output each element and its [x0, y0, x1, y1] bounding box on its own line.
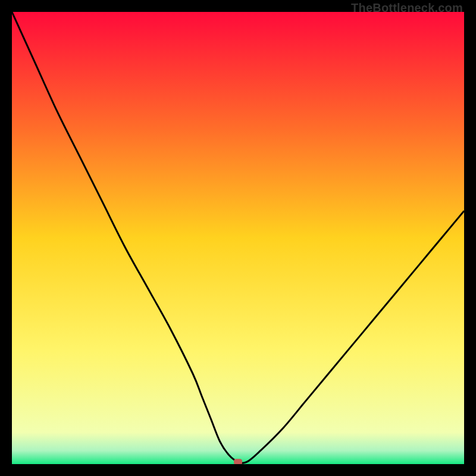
chart-svg [12, 12, 464, 464]
optimal-marker [234, 459, 242, 464]
chart-frame: TheBottleneck.com [0, 0, 476, 476]
plot-area [12, 12, 464, 464]
gradient-background [12, 12, 464, 464]
